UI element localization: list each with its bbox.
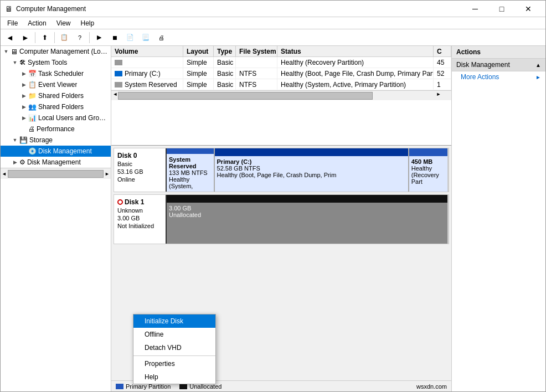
toolbar-export[interactable]: 🖨 — [154, 31, 168, 44]
disk-0-part-recovery[interactable]: 450 MB Healthy (Recovery Part — [409, 148, 449, 192]
context-menu: Initialize Disk Offline Detach VHD Prope… — [133, 314, 216, 384]
disk-1-name-row: Disk 1 — [117, 198, 162, 206]
context-menu-item-detach-vhd[interactable]: Detach VHD — [133, 341, 215, 354]
sidebar-item-storage[interactable]: ▼ 💾 Storage — [1, 135, 111, 146]
col-c[interactable]: C — [434, 46, 451, 56]
sidebar-item-root[interactable]: ▼ 🖥 Computer Management (Local — [1, 46, 111, 57]
disk-0-recovery-status: Healthy (Recovery Part — [411, 165, 445, 185]
toolbar-up[interactable]: ⬆ — [38, 31, 52, 44]
context-menu-item-help[interactable]: Help — [133, 370, 215, 384]
menu-help[interactable]: Help — [76, 18, 99, 28]
minimize-button[interactable]: ─ — [462, 1, 488, 17]
toolbar-sep-3 — [89, 32, 90, 43]
sidebar-item-performance[interactable]: ▶ 📊 Local Users and Groups — [1, 112, 111, 123]
toolbar-show-hide[interactable]: 📋 — [57, 31, 71, 44]
sidebar-scrollbar[interactable]: ◄ ► — [1, 168, 111, 179]
disk-0-parts: System Reserved 133 MB NTFS Healthy (Sys… — [167, 148, 449, 192]
sidebar-scroll-right[interactable]: ► — [105, 171, 110, 177]
task-scheduler-label: Task Scheduler — [38, 70, 84, 78]
sidebar-item-task-scheduler[interactable]: ▶ 📅 Task Scheduler — [1, 68, 111, 79]
context-menu-item-properties[interactable]: Properties — [133, 357, 215, 370]
sidebar-item-services[interactable]: ▶ ⚙ Disk Management — [1, 157, 111, 168]
col-filesystem[interactable]: File System — [236, 46, 277, 56]
disk-0-part-primary[interactable]: Primary (C:) 52.58 GB NTFS Healthy (Boot… — [215, 148, 409, 192]
col-layout[interactable]: Layout — [183, 46, 214, 56]
cell-layout-3: Simple — [183, 79, 214, 90]
disk-1-unallocated-header — [167, 195, 447, 203]
toolbar-sep-2 — [54, 32, 55, 43]
menu-file[interactable]: File — [3, 18, 22, 28]
main-window: 🖥 Computer Management ─ □ ✕ File Action … — [0, 0, 546, 392]
actions-section-arrow: ▲ — [535, 62, 541, 68]
disk-1-error-icon — [117, 199, 123, 205]
cell-c-1: 45 — [434, 57, 451, 68]
toolbar-btn-b[interactable]: ⏹ — [107, 31, 122, 44]
disk-0-type: Basic — [117, 161, 162, 167]
toolbar: ◄ ► ⬆ 📋 ? ▶ ⏹ 📄 📃 🖨 — [1, 29, 545, 46]
disk-0-sysreserved-name: System Reserved — [169, 156, 212, 169]
sidebar-item-event-viewer[interactable]: ▶ 📋 Event Viewer — [1, 79, 111, 90]
toolbar-btn-c[interactable]: 📄 — [123, 31, 137, 44]
expand-performance: ▶ — [19, 114, 28, 122]
context-menu-item-offline[interactable]: Offline — [133, 328, 215, 341]
menu-action[interactable]: Action — [23, 18, 50, 28]
disk-0-name: Disk 0 — [117, 152, 162, 159]
expand-shared-folders: ▶ — [19, 91, 28, 100]
app-icon: 🖥 — [5, 4, 13, 13]
disk-1-size: 3.00 GB — [117, 215, 162, 221]
sidebar-scroll-left[interactable]: ◄ — [2, 171, 7, 177]
sidebar-item-disk-management[interactable]: ▶ 💿 Disk Management — [1, 146, 111, 157]
event-viewer-label: Event Viewer — [38, 81, 77, 89]
toolbar-btn-d[interactable]: 📃 — [138, 31, 153, 44]
disk-1-row: Disk 1 Unknown 3.00 GB Not Initialized 3… — [114, 194, 449, 244]
sidebar-item-system-tools[interactable]: ▼ 🛠 System Tools — [1, 57, 111, 68]
table-scroll-right-arrow[interactable]: ► — [435, 91, 442, 97]
legend-unallocated-color — [179, 384, 187, 389]
maximize-button[interactable]: □ — [489, 1, 514, 17]
toolbar-sep-1 — [35, 32, 35, 43]
disk-0-recovery-header — [409, 148, 447, 156]
table-row[interactable]: Primary (C:) Simple Basic NTFS Healthy (… — [111, 68, 451, 79]
table-row[interactable]: System Reserved Simple Basic NTFS Health… — [111, 79, 451, 90]
local-users-label: Shared Folders — [38, 103, 84, 111]
cell-status-2: Healthy (Boot, Page File, Crash Dump, Pr… — [277, 68, 434, 79]
cell-fs-1 — [236, 57, 277, 68]
menu-bar: File Action View Help — [1, 17, 545, 29]
more-actions-label: More Actions — [461, 73, 499, 81]
cell-fs-3: NTFS — [236, 79, 277, 90]
col-type[interactable]: Type — [214, 46, 236, 56]
toolbar-back[interactable]: ◄ — [3, 31, 17, 44]
expand-services: ▶ — [11, 158, 19, 167]
table-header: Volume Layout Type File System Status C — [111, 46, 451, 57]
toolbar-help[interactable]: ? — [73, 31, 87, 44]
close-button[interactable]: ✕ — [516, 1, 541, 17]
title-bar: 🖥 Computer Management ─ □ ✕ — [1, 1, 545, 17]
sidebar-scroll-track[interactable] — [8, 170, 104, 178]
disk-0-sysreserved-size: 133 MB NTFS — [169, 169, 212, 176]
sidebar-item-local-users[interactable]: ▶ 👥 Shared Folders — [1, 101, 111, 112]
table-scrollbar[interactable]: ◄ ► — [111, 90, 451, 100]
menu-view[interactable]: View — [52, 18, 75, 28]
table-row[interactable]: Simple Basic Healthy (Recovery Partition… — [111, 57, 451, 68]
col-status[interactable]: Status — [277, 46, 434, 56]
disk-1-name: Disk 1 — [125, 198, 144, 206]
expand-system-tools: ▼ — [11, 58, 19, 67]
disk-0-primary-name: Primary (C:) — [217, 158, 406, 165]
table-scroll-thumb[interactable] — [118, 92, 373, 100]
disk-0-part-sysreserved[interactable]: System Reserved 133 MB NTFS Healthy (Sys… — [167, 148, 215, 192]
actions-more-actions[interactable]: More Actions ► — [452, 71, 545, 82]
sidebar-item-shared-folders[interactable]: ▶ 📁 Shared Folders — [1, 90, 111, 101]
disk-management-icon: 💿 — [28, 147, 37, 155]
sidebar-item-device-manager[interactable]: ▶ 🖨 Performance — [1, 123, 111, 135]
col-volume[interactable]: Volume — [111, 46, 183, 56]
disk-1-part-unallocated[interactable]: 3.00 GB Unallocated — [167, 195, 449, 244]
disk-1-unallocated-size: 3.00 GB — [169, 205, 445, 212]
expand-local-users: ▶ — [19, 102, 28, 111]
actions-title: Actions — [452, 46, 545, 59]
actions-section-disk-management[interactable]: Disk Management ▲ — [452, 59, 545, 71]
toolbar-btn-a[interactable]: ▶ — [92, 31, 106, 44]
context-menu-item-initialize[interactable]: Initialize Disk — [133, 314, 215, 328]
toolbar-forward[interactable]: ► — [18, 31, 33, 44]
cell-volume-1 — [111, 57, 183, 68]
storage-icon: 💾 — [19, 136, 28, 144]
